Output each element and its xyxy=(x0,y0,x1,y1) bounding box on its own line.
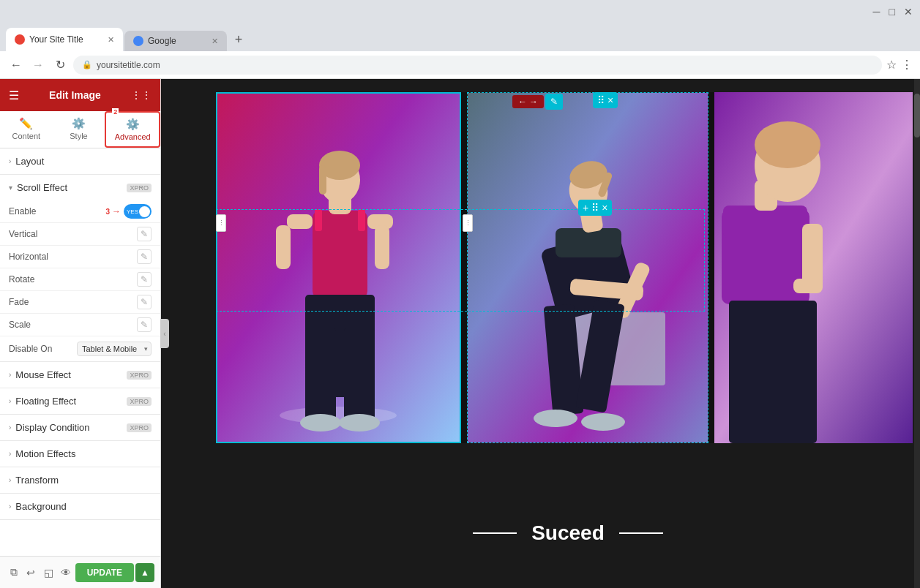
scale-edit-icon[interactable]: ✎ xyxy=(137,317,152,332)
mouse-effect-arrow: › xyxy=(9,371,11,379)
inner-drag-icon[interactable]: ⠿ xyxy=(591,202,599,214)
floating-effect-arrow: › xyxy=(9,397,11,405)
transform-header[interactable]: › Transform xyxy=(0,467,160,493)
tab-1-favicon xyxy=(15,34,25,45)
inner-element-toolbar: + ⠿ × xyxy=(578,200,612,216)
mouse-effect-label: Mouse Effect xyxy=(15,369,71,380)
new-tab-button[interactable]: + xyxy=(228,29,249,50)
edit-pencil-toolbar[interactable]: ✎ xyxy=(545,94,563,110)
tab-2-close-icon[interactable]: ✕ xyxy=(212,37,218,46)
floating-effect-header[interactable]: › Floating Effect XPRO xyxy=(0,388,160,414)
column-handle-right[interactable]: ⋮ xyxy=(463,214,473,232)
rotate-row: Rotate ✎ xyxy=(0,268,160,291)
tab-advanced[interactable]: 2 ⚙️ Advanced xyxy=(105,111,160,148)
title-bar-controls: ─ □ ✕ xyxy=(873,6,913,18)
plus-icon[interactable]: + xyxy=(583,202,588,214)
column-handle-left[interactable]: ⋮ xyxy=(216,214,226,232)
title-bar: ─ □ ✕ xyxy=(0,0,920,23)
grid-icon[interactable]: ⋮⋮ xyxy=(131,89,152,101)
display-condition-label: Display Condition xyxy=(15,422,89,433)
rotate-edit-icon[interactable]: ✎ xyxy=(137,272,152,287)
grid-handle-icon[interactable]: ⠿ xyxy=(597,94,605,106)
section-floating-effect: › Floating Effect XPRO xyxy=(0,388,160,415)
section-motion-effects: › Motion Effects xyxy=(0,441,160,467)
motion-effects-arrow: › xyxy=(9,450,11,458)
section-scroll-effect: ▾ Scroll Effect XPRO Enable 3 → YES xyxy=(0,175,160,362)
step-2-badge: 2 xyxy=(112,108,119,116)
back-button[interactable]: ← xyxy=(7,56,25,74)
svg-rect-21 xyxy=(556,228,621,257)
bookmark-icon[interactable]: ☆ xyxy=(886,58,897,72)
display-condition-xpro: XPRO xyxy=(127,423,152,432)
sidebar: ☰ Edit Image ⋮⋮ ✏️ Content ⚙️ Style 2 ⚙️… xyxy=(0,79,161,588)
image-col-2 xyxy=(467,92,708,443)
display-condition-header[interactable]: › Display Condition XPRO xyxy=(0,415,160,440)
rotate-label: Rotate xyxy=(9,274,137,284)
arrow-left-drag-icon: ← xyxy=(518,97,527,107)
fade-row: Fade ✎ xyxy=(0,291,160,314)
block-close-icon[interactable]: × xyxy=(607,94,613,106)
main-block-toolbar: ⠿ × xyxy=(593,92,618,108)
responsive-icon[interactable]: ◱ xyxy=(40,562,56,583)
update-arrow-button[interactable]: ▲ xyxy=(135,563,154,582)
mouse-effect-header[interactable]: › Mouse Effect XPRO xyxy=(0,362,160,388)
minimize-icon[interactable]: ─ xyxy=(873,6,880,18)
content-tab-label: Content xyxy=(12,132,41,140)
tab-bar: Your Site Title ✕ Google ✕ + xyxy=(0,23,920,51)
horizontal-edit-icon[interactable]: ✎ xyxy=(137,249,152,264)
scroll-effect-xpro: XPRO xyxy=(127,184,152,192)
vertical-row: Vertical ✎ xyxy=(0,223,160,246)
menu-icon[interactable]: ☰ xyxy=(9,88,19,102)
maximize-icon[interactable]: □ xyxy=(889,6,895,18)
scroll-effect-header[interactable]: ▾ Scroll Effect XPRO xyxy=(0,175,160,200)
browser-chrome: ─ □ ✕ Your Site Title ✕ Google ✕ + ← → ↻… xyxy=(0,0,920,79)
history-icon[interactable]: ↩ xyxy=(23,562,40,583)
more-options-icon[interactable]: ⋮ xyxy=(901,58,913,72)
svg-rect-8 xyxy=(319,165,326,195)
layout-header[interactable]: › Layout xyxy=(0,148,160,174)
tab-content[interactable]: ✏️ Content xyxy=(0,111,53,148)
tab-1[interactable]: Your Site Title ✕ xyxy=(6,28,123,51)
block-toolbar-inner: ⠿ × xyxy=(593,92,618,108)
section-display-condition: › Display Condition XPRO xyxy=(0,415,160,441)
scroll-effect-label: Scroll Effect xyxy=(17,182,67,193)
bottom-text-content: Suceed xyxy=(473,521,663,545)
canvas-area: ← → ✎ ⠿ × + ⠿ × ⋮ ⋮ xyxy=(161,79,920,588)
horizontal-row: Horizontal ✎ xyxy=(0,246,160,268)
floating-effect-label: Floating Effect xyxy=(15,396,76,407)
fade-edit-icon[interactable]: ✎ xyxy=(137,295,152,309)
tab-2[interactable]: Google ✕ xyxy=(124,31,227,51)
tab-style[interactable]: ⚙️ Style xyxy=(53,111,105,148)
scale-label: Scale xyxy=(9,320,137,330)
update-button[interactable]: UPDATE xyxy=(75,563,134,582)
close-window-icon[interactable]: ✕ xyxy=(904,6,913,18)
svg-rect-14 xyxy=(305,328,336,423)
disable-on-label: Disable On xyxy=(9,344,77,354)
eye-icon[interactable]: 👁 xyxy=(58,562,74,583)
collapse-handle[interactable]: ‹ xyxy=(160,319,169,348)
disable-on-select-wrapper: None Mobile Tablet Tablet & Mobile Deskt… xyxy=(77,342,152,356)
layout-label: Layout xyxy=(15,156,44,167)
vertical-edit-icon[interactable]: ✎ xyxy=(137,227,152,241)
toggle-enable[interactable]: YES xyxy=(124,204,152,219)
advanced-tab-label: Advanced xyxy=(115,132,151,141)
background-header[interactable]: › Background xyxy=(0,494,160,519)
layers-icon[interactable]: ⧉ xyxy=(6,562,22,583)
disable-on-select[interactable]: None Mobile Tablet Tablet & Mobile Deskt… xyxy=(77,342,152,356)
toggle-on-text: YES xyxy=(127,208,138,215)
arrow-right-icon: → xyxy=(112,206,121,216)
images-container xyxy=(216,92,913,443)
tab-1-close-icon[interactable]: ✕ xyxy=(108,35,114,45)
address-bar[interactable]: 🔒 yoursitetitle.com xyxy=(73,56,882,75)
style-tab-icon: ⚙️ xyxy=(72,117,86,130)
forward-button[interactable]: → xyxy=(29,56,47,74)
bottom-heading: Suceed xyxy=(531,521,605,545)
canvas-scrollbar[interactable] xyxy=(914,79,920,588)
layout-arrow: › xyxy=(9,157,11,165)
motion-effects-header[interactable]: › Motion Effects xyxy=(0,441,160,467)
canvas-scrollbar-thumb[interactable] xyxy=(914,94,920,137)
inner-close-icon[interactable]: × xyxy=(602,202,607,214)
vertical-label: Vertical xyxy=(9,229,137,239)
advanced-tab-icon: ⚙️ xyxy=(126,118,140,131)
refresh-button[interactable]: ↻ xyxy=(51,56,69,74)
